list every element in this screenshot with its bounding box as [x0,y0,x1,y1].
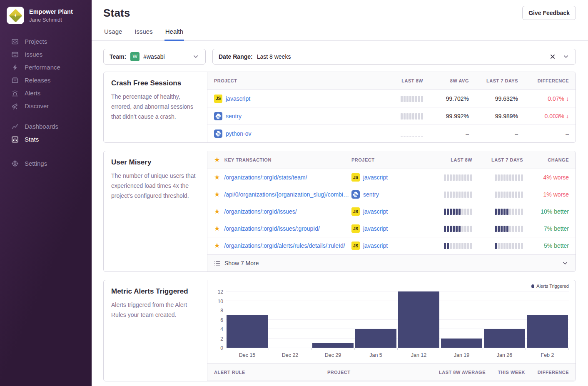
chart-x-labels: Dec 15Dec 22Dec 29Jan 5Jan 12Jan 19Jan 2… [226,352,569,361]
project-link[interactable]: javascript [226,95,250,102]
change-value: 1% worse [543,191,569,198]
javascript-platform-icon: JS [214,95,222,103]
last-7-days-value: 99.632% [469,95,518,102]
filter-bar: Team: W #wasabi Date Range: Last 8 weeks [103,49,576,65]
sidebar-item-projects[interactable]: Projects [0,35,92,48]
metric-alerts-description: Metric Alerts Triggered Alerts triggered… [104,280,207,381]
gear-icon [11,160,19,167]
sparkline-last-8w [401,113,423,120]
show-more-button[interactable]: Show 7 More [207,254,576,271]
tab-issues[interactable]: Issues [134,28,153,41]
sparkline-last-8w [444,208,472,215]
project-link[interactable]: javascript [363,174,388,181]
date-range-value: Last 8 weeks [257,53,291,60]
sparkline-last-7-days [495,174,523,181]
sidebar-item-releases[interactable]: Releases [0,74,92,87]
project-link[interactable]: python-ov [226,130,251,137]
transaction-link[interactable]: /organizations/:orgId/stats/team/ [224,174,307,181]
stats-icon [11,136,19,143]
tab-usage[interactable]: Usage [103,28,123,41]
arrow-down-icon: ↓ [566,113,569,120]
star-icon: ★ [214,157,220,163]
tab-health[interactable]: Health [164,28,184,41]
projects-icon [11,38,19,45]
javascript-platform-icon: JS [351,224,360,233]
difference-value: 0.003%↓ [545,113,569,120]
crash-free-sessions-panel: Crash Free Sessions The percentage of he… [103,72,576,143]
sidebar-item-dashboards[interactable]: Dashboards [0,120,92,133]
project-link[interactable]: sentry [363,191,379,198]
sidebar-item-discover[interactable]: Discover [0,100,92,112]
last-7-days-value: – [469,130,518,137]
give-feedback-button[interactable]: Give Feedback [522,6,576,20]
project-link[interactable]: sentry [226,113,242,120]
panel-title: Metric Alerts Triggered [111,287,199,296]
sidebar-item-settings[interactable]: Settings [0,157,92,170]
user-misery-description: User Misery The number of unique users t… [104,151,207,271]
sparkline-last-7-days [495,208,523,215]
user-misery-panel: User Misery The number of unique users t… [103,151,576,272]
sidebar-item-performance[interactable]: Performance [0,61,92,74]
key-transaction-star-icon[interactable]: ★ [214,191,220,198]
sparkline-last-7-days [495,242,523,249]
table-row: ★/organizations/:orgId/issues/:groupId/ … [207,220,576,237]
transaction-link[interactable]: /organizations/:orgId/alerts/rules/detai… [224,242,345,249]
arrow-down-icon: ↓ [566,95,569,102]
bolt-icon [12,12,19,19]
change-value: 10% better [541,208,569,215]
last-7-days-value: 99.989% [469,113,518,120]
key-transaction-star-icon[interactable]: ★ [214,174,220,181]
key-transaction-star-icon[interactable]: ★ [214,208,220,215]
clear-icon[interactable] [549,53,556,60]
sidebar-item-stats[interactable]: Stats [0,133,92,146]
project-link[interactable]: javascript [363,242,388,249]
team-avatar: W [130,52,140,61]
panel-title: Crash Free Sessions [111,79,199,87]
sidebar-nav: Projects Issues Performance Releases Ale… [0,35,92,170]
key-transaction-star-icon[interactable]: ★ [214,242,220,249]
avg-8w-value: 99.992% [423,113,469,120]
table-row: ★/api/0/organizations/{organization_slug… [207,186,576,203]
page-header: Stats Give Feedback [92,0,588,20]
project-link[interactable]: javascript [363,208,388,215]
transaction-link[interactable]: /api/0/organizations/{organization_slug}… [224,191,351,198]
sidebar: Empower Plant Jane Schmidt Projects Issu… [0,0,92,386]
issues-icon [11,51,19,58]
sparkline-last-8w [444,225,472,232]
project-link[interactable]: javascript [363,225,388,232]
chart-legend[interactable]: Alerts Triggered [531,284,569,289]
table-header: ALERT RULE PROJECT LAST 8W AVERAGE THIS … [207,363,576,381]
table-header: PROJECT LAST 8W 8W AVG LAST 7 DAYS DIFFE… [207,72,576,90]
table-header: ★KEY TRANSACTION PROJECT LAST 8W LAST 7 … [207,151,576,169]
sidebar-item-alerts[interactable]: Alerts [0,87,92,100]
org-switcher[interactable]: Empower Plant Jane Schmidt [0,7,92,24]
difference-value: –↓ [566,130,569,137]
list-icon [214,260,220,266]
transaction-link[interactable]: /organizations/:orgId/issues/ [224,208,296,215]
sidebar-item-issues[interactable]: Issues [0,48,92,61]
transaction-link[interactable]: /organizations/:orgId/issues/:groupId/ [224,225,320,232]
javascript-platform-icon: JS [351,207,360,216]
sparkline-last-8w [444,242,472,249]
change-value: 7% better [544,225,569,232]
key-transaction-star-icon[interactable]: ★ [214,225,220,232]
team-select[interactable]: Team: W #wasabi [103,49,206,65]
team-select-value: #wasabi [143,53,164,60]
org-name: Empower Plant [29,8,73,15]
chart-bars [226,292,569,348]
sparkline-last-8w [444,191,472,198]
chevron-down-icon[interactable] [562,53,570,60]
team-select-label: Team: [110,53,126,60]
sparkline-last-8w [401,95,423,102]
content: Team: W #wasabi Date Range: Last 8 weeks [92,41,588,386]
sparkline-last-8w [444,174,472,181]
table-row: ★/organizations/:orgId/alerts/rules/deta… [207,237,576,254]
date-range-select[interactable]: Date Range: Last 8 weeks [212,49,576,65]
avg-8w-value: 99.702% [423,95,469,102]
metric-alerts-body: Alerts Triggered 024681012 Dec 15Dec 22D… [207,280,576,381]
chart-y-axis: 024681012 [212,292,226,348]
python-platform-icon: JS [214,129,222,138]
change-value: 4% worse [543,174,569,181]
javascript-platform-icon: JS [351,242,360,250]
discover-icon [11,102,19,110]
